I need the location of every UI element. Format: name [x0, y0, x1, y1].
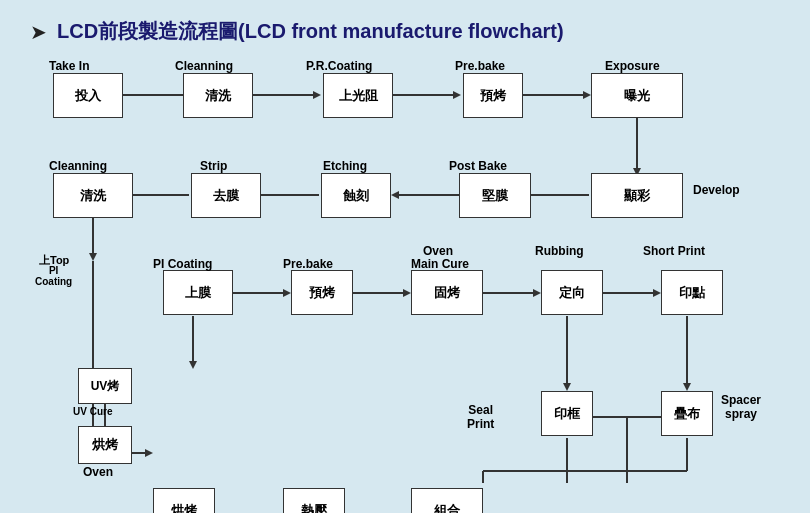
- label-post-bake: Post Bake: [449, 159, 507, 173]
- svg-marker-24: [283, 289, 291, 297]
- box-oven-r5: 烘烤: [153, 488, 215, 513]
- title-row: ➤ LCD前段製造流程圖(LCD front manufacture flowc…: [30, 18, 780, 45]
- label-cleanning-r2: Cleanning: [49, 159, 107, 173]
- svg-marker-7: [583, 91, 591, 99]
- svg-marker-13: [391, 191, 399, 199]
- label-seal-print: SealPrint: [467, 403, 494, 431]
- label-rubbing-title: Rubbing: [535, 244, 584, 258]
- svg-marker-3: [313, 91, 321, 99]
- label-cleanning-r1: Cleanning: [175, 59, 233, 73]
- box-etching: 蝕刻: [321, 173, 391, 218]
- box-oven-main-cure: 固烤: [411, 270, 483, 315]
- box-prebake-r3: 預烤: [291, 270, 353, 315]
- label-pi-coating: PI Coating: [153, 257, 212, 271]
- box-post-bake: 堅膜: [459, 173, 531, 218]
- box-short-print: 印點: [661, 270, 723, 315]
- box-pr-coating: 上光阻: [323, 73, 393, 118]
- label-develop: Develop: [693, 183, 740, 197]
- label-oven-left: Oven: [83, 465, 113, 479]
- box-rubbing: 定向: [541, 270, 603, 315]
- label-exposure: Exposure: [605, 59, 660, 73]
- box-pi-coating: 上膜: [163, 270, 233, 315]
- box-develop: 顯彩: [591, 173, 683, 218]
- label-short-print: Short Print: [643, 244, 705, 258]
- svg-marker-36: [189, 361, 197, 369]
- label-prebake-r3: Pre.bake: [283, 257, 333, 271]
- box-cleanning-r1: 清洗: [183, 73, 253, 118]
- box-spacer-spray: 疊布: [661, 391, 713, 436]
- label-main-cure: Main Cure: [411, 257, 469, 271]
- label-spacer-spray: Spacerspray: [721, 393, 761, 421]
- box-strip: 去膜: [191, 173, 261, 218]
- svg-marker-22: [145, 449, 153, 457]
- label-oven-r3: Oven: [423, 244, 453, 258]
- label-uv-cure: UV Cure: [73, 406, 112, 417]
- page-title: LCD前段製造流程圖(LCD front manufacture flowcha…: [57, 18, 564, 45]
- page: ➤ LCD前段製造流程圖(LCD front manufacture flowc…: [0, 0, 810, 513]
- svg-marker-5: [453, 91, 461, 99]
- label-pr-coating: P.R.Coating: [306, 59, 372, 73]
- box-exposure: 曝光: [591, 73, 683, 118]
- box-uv-cure: UV烤: [78, 368, 132, 404]
- box-take-in: 投入: [53, 73, 123, 118]
- title-arrow-icon: ➤: [30, 20, 47, 44]
- svg-marker-32: [683, 383, 691, 391]
- svg-marker-26: [403, 289, 411, 297]
- label-prebake-r1: Pre.bake: [455, 59, 505, 73]
- svg-marker-19: [89, 253, 97, 261]
- box-prebake-r1: 預烤: [463, 73, 523, 118]
- box-oven-left: 烘烤: [78, 426, 132, 464]
- box-assembly: 組合: [411, 488, 483, 513]
- box-cleanning-r2: 清洗: [53, 173, 133, 218]
- svg-marker-30: [653, 289, 661, 297]
- box-seal-print: 印框: [541, 391, 593, 436]
- label-strip: Strip: [200, 159, 227, 173]
- svg-marker-28: [533, 289, 541, 297]
- label-etching: Etching: [323, 159, 367, 173]
- label-pi-coating-side: PICoating: [35, 265, 72, 287]
- box-hot-press: 熱壓: [283, 488, 345, 513]
- svg-marker-34: [563, 383, 571, 391]
- flowchart: 投入 Take In 清洗 Cleanning 上光阻 P.R.Coating …: [35, 63, 775, 483]
- label-take-in: Take In: [49, 59, 89, 73]
